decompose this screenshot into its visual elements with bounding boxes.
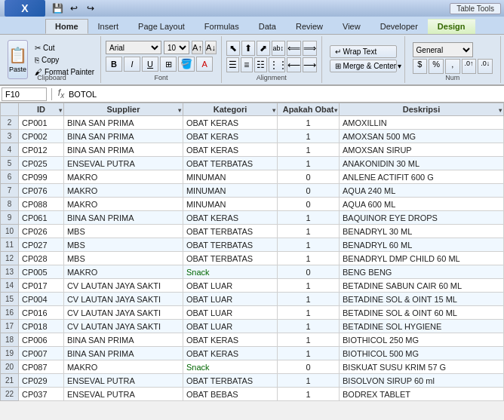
row-number[interactable]: 5	[1, 157, 19, 170]
cell-kategori[interactable]: OBAT LUAR	[183, 306, 277, 320]
cell-deskripsi[interactable]: BISOLVON SIRUP 60 ml	[339, 374, 503, 388]
cell-kategori[interactable]: OBAT LUAR	[183, 320, 277, 333]
cell-apakah-obat[interactable]: 1	[278, 225, 340, 238]
cell-kategori[interactable]: OBAT TERBATAS	[183, 252, 277, 265]
col-header-d[interactable]: Apakah Obat ▾	[278, 103, 340, 116]
tab-review[interactable]: Review	[286, 19, 333, 34]
cell-kategori[interactable]: OBAT TERBATAS	[183, 238, 277, 252]
decrease-font-button[interactable]: A↓	[205, 41, 217, 54]
cell-apakah-obat[interactable]: 0	[278, 265, 340, 279]
cell-apakah-obat[interactable]: 1	[278, 143, 340, 157]
cell-supplier[interactable]: ENSEVAL PUTRA	[63, 374, 183, 388]
underline-button[interactable]: U	[142, 57, 158, 72]
tab-developer[interactable]: Developer	[370, 19, 428, 34]
col-header-a[interactable]: ID ▾	[18, 103, 63, 116]
row-number[interactable]: 20	[1, 360, 19, 374]
save-button[interactable]: 💾	[50, 2, 65, 15]
tab-formulas[interactable]: Formulas	[195, 19, 249, 34]
fill-color-button[interactable]: 🪣	[178, 57, 195, 72]
row-number[interactable]: 7	[1, 184, 19, 198]
align-center-button[interactable]: ≡	[241, 57, 254, 72]
cell-apakah-obat[interactable]: 1	[278, 252, 340, 265]
cell-supplier[interactable]: BINA SAN PRIMA	[63, 143, 183, 157]
cell-id[interactable]: CP001	[18, 116, 63, 130]
cell-id[interactable]: CP025	[18, 157, 63, 170]
cell-apakah-obat[interactable]: 0	[278, 184, 340, 198]
cell-kategori[interactable]: OBAT KERAS	[183, 116, 277, 130]
cell-id[interactable]: CP005	[18, 265, 63, 279]
cell-kategori[interactable]: OBAT BEBAS	[183, 388, 277, 401]
cell-kategori[interactable]: OBAT TERBATAS	[183, 157, 277, 170]
cell-id[interactable]: CP006	[18, 333, 63, 347]
cell-apakah-obat[interactable]: 1	[278, 374, 340, 388]
row-number[interactable]: 4	[1, 143, 19, 157]
cell-supplier[interactable]: MBS	[63, 225, 183, 238]
cell-supplier[interactable]: ENSEVAL PUTRA	[63, 388, 183, 401]
cell-deskripsi[interactable]: BENG BENG	[339, 265, 503, 279]
cell-deskripsi[interactable]: BETADINE SOL & OINT 60 ML	[339, 306, 503, 320]
cell-id[interactable]: CP007	[18, 347, 63, 360]
cell-apakah-obat[interactable]: 1	[278, 130, 340, 143]
row-number[interactable]: 22	[1, 388, 19, 401]
cell-supplier[interactable]: MAKRO	[63, 265, 183, 279]
cell-supplier[interactable]: MBS	[63, 252, 183, 265]
cell-deskripsi[interactable]: BETADINE SABUN CAIR 60 ML	[339, 279, 503, 293]
cell-deskripsi[interactable]: BISKUAT SUSU KRIM 57 G	[339, 360, 503, 374]
cell-kategori[interactable]: OBAT LUAR	[183, 279, 277, 293]
cell-id[interactable]: CP012	[18, 143, 63, 157]
cell-id[interactable]: CP061	[18, 211, 63, 225]
font-color-button[interactable]: A	[196, 57, 213, 72]
cell-supplier[interactable]: BINA SAN PRIMA	[63, 333, 183, 347]
row-number[interactable]: 17	[1, 320, 19, 333]
tab-data[interactable]: Data	[249, 19, 286, 34]
cell-apakah-obat[interactable]: 1	[278, 238, 340, 252]
cell-deskripsi[interactable]: BETADINE SOL HYGIENE	[339, 320, 503, 333]
col-header-c[interactable]: Kategori ▾	[183, 103, 277, 116]
comma-button[interactable]: ,	[445, 59, 460, 74]
cell-kategori[interactable]: OBAT KERAS	[183, 347, 277, 360]
row-number[interactable]: 15	[1, 293, 19, 306]
row-number[interactable]: 2	[1, 116, 19, 130]
align-right-button[interactable]: ☷	[254, 57, 267, 72]
rtl-button[interactable]: ⟵	[287, 57, 301, 72]
percent-button[interactable]: %	[429, 59, 444, 74]
cell-apakah-obat[interactable]: 1	[278, 293, 340, 306]
align-left-button[interactable]: ☰	[226, 57, 239, 72]
copy-button[interactable]: ⎘ Copy	[31, 54, 98, 66]
cell-deskripsi[interactable]: ANLENE ACTIFIT 600 G	[339, 170, 503, 184]
align-top-left-button[interactable]: ⬉	[226, 41, 240, 56]
cell-reference-input[interactable]	[2, 87, 47, 101]
cell-id[interactable]: CP002	[18, 130, 63, 143]
cell-deskripsi[interactable]: BENADRYL 30 ML	[339, 225, 503, 238]
cell-kategori[interactable]: OBAT KERAS	[183, 130, 277, 143]
filter-arrow-d[interactable]: ▾	[334, 107, 337, 114]
cell-supplier[interactable]: MAKRO	[63, 360, 183, 374]
cell-deskripsi[interactable]: BETADINE SOL & OINT 15 ML	[339, 293, 503, 306]
cell-supplier[interactable]: BINA SAN PRIMA	[63, 130, 183, 143]
cell-kategori[interactable]: Snack	[183, 265, 277, 279]
increase-decimal-button[interactable]: .0↑	[462, 59, 477, 74]
dollar-button[interactable]: $	[413, 59, 428, 74]
row-number[interactable]: 8	[1, 198, 19, 211]
align-top-center-button[interactable]: ⬆	[241, 41, 255, 56]
cell-deskripsi[interactable]: AMOXILLIN	[339, 116, 503, 130]
cell-apakah-obat[interactable]: 1	[278, 306, 340, 320]
cut-button[interactable]: ✂ Cut	[31, 42, 98, 54]
row-number[interactable]: 13	[1, 265, 19, 279]
cell-apakah-obat[interactable]: 0	[278, 198, 340, 211]
cell-id[interactable]: CP027	[18, 238, 63, 252]
cell-kategori[interactable]: OBAT KERAS	[183, 333, 277, 347]
row-number[interactable]: 11	[1, 238, 19, 252]
cell-apakah-obat[interactable]: 1	[278, 320, 340, 333]
cell-supplier[interactable]: MAKRO	[63, 170, 183, 184]
font-family-select[interactable]: Arial	[106, 41, 161, 54]
cell-deskripsi[interactable]: BIOTHICOL 250 MG	[339, 333, 503, 347]
cell-supplier[interactable]: MAKRO	[63, 184, 183, 198]
cell-id[interactable]: CP028	[18, 252, 63, 265]
cell-deskripsi[interactable]: ANAKONIDIN 30 ML	[339, 157, 503, 170]
redo-button[interactable]: ↪	[83, 2, 98, 15]
cell-id[interactable]: CP016	[18, 306, 63, 320]
cell-id[interactable]: CP026	[18, 225, 63, 238]
justify-button[interactable]: ⋮⋮	[269, 57, 285, 72]
filter-arrow-a[interactable]: ▾	[59, 107, 62, 114]
